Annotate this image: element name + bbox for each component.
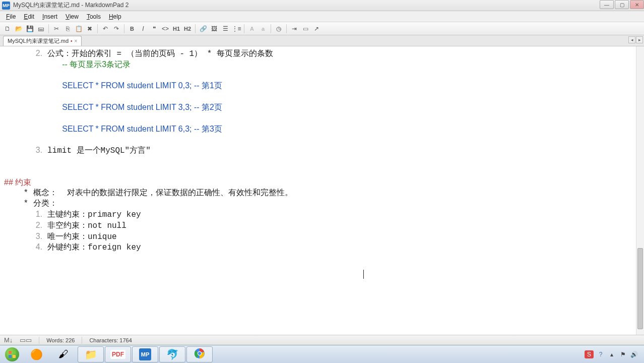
menu-insert[interactable]: Insert (38, 12, 61, 21)
svg-rect-2 (9, 355, 12, 358)
taskbar-app-paint[interactable]: 🖌 (50, 346, 77, 362)
separator (82, 337, 82, 344)
preview-icon[interactable]: ▭ (301, 24, 310, 33)
taskbar-app-markdownpad[interactable]: MP (132, 346, 158, 362)
app-icon: MP (2, 2, 10, 10)
chrome-icon (194, 348, 205, 361)
uppercase-button[interactable]: A (247, 24, 256, 33)
modified-dot-icon: • (71, 38, 73, 44)
delete-icon[interactable]: ✖ (85, 24, 94, 33)
link-icon[interactable]: 🔗 (199, 24, 208, 33)
menu-view[interactable]: View (61, 12, 83, 21)
italic-button[interactable]: I (139, 24, 148, 33)
tray-up-icon[interactable]: ▴ (608, 350, 616, 358)
svg-rect-0 (9, 351, 12, 354)
toolbar: 🗋 📂 💾 🖴 ✂ ⎘ 📋 ✖ ↶ ↷ B I ❝ <> H1 H2 🔗 🖼 ☰… (0, 22, 644, 35)
mp-icon: MP (139, 348, 151, 360)
book-icon: ▭▭ (20, 336, 32, 344)
system-tray: S ? ▴ ⚑ 🔊 (585, 350, 642, 358)
editor-content[interactable]: 2.公式：开始的索引 = （当前的页码 - 1） * 每页显示的条数 -- 每页… (0, 46, 644, 255)
svg-point-8 (198, 352, 201, 355)
svg-rect-3 (13, 355, 16, 358)
media-icon: 🟠 (30, 348, 43, 360)
tab-close-icon[interactable]: × (75, 38, 78, 44)
separator (124, 24, 124, 33)
status-bar: M↓ ▭▭ Words: 226 Characters: 1764 (0, 335, 644, 345)
markdown-icon: M↓ (4, 336, 13, 344)
taskbar-app-dolphin[interactable]: 🐬 (159, 346, 185, 362)
tray-help-icon[interactable]: ? (597, 350, 605, 358)
separator (48, 24, 49, 33)
dolphin-icon: 🐬 (166, 348, 179, 360)
code-icon[interactable]: <> (161, 24, 170, 33)
tab-bar: MySQL约束课堂笔记.md • × ◂ ▸ (0, 35, 644, 46)
paint-icon: 🖌 (58, 348, 69, 360)
document-tab[interactable]: MySQL约束课堂笔记.md • × (3, 36, 82, 46)
quote-icon[interactable]: ❝ (150, 24, 159, 33)
folder-icon: 📁 (85, 348, 97, 360)
tray-input-icon[interactable]: S (585, 350, 594, 358)
characters-label: Characters: 1764 (89, 337, 132, 343)
new-file-icon[interactable]: 🗋 (3, 24, 12, 33)
h1-button[interactable]: H1 (172, 24, 181, 33)
vertical-scrollbar[interactable] (636, 46, 644, 335)
separator (39, 337, 39, 344)
separator (286, 24, 287, 33)
lowercase-button[interactable]: a (259, 24, 268, 33)
paste-icon[interactable]: 📋 (74, 24, 83, 33)
maximize-button[interactable]: ▢ (615, 0, 629, 9)
windows-taskbar: 🟠 🖌 📁 PDF MP 🐬 S ? ▴ ⚑ 🔊 (0, 345, 644, 363)
separator (244, 24, 244, 33)
redo-icon[interactable]: ↷ (112, 24, 121, 33)
separator (195, 24, 196, 33)
menu-file[interactable]: File (2, 12, 20, 21)
save-icon[interactable]: 💾 (25, 24, 34, 33)
taskbar-app-chrome[interactable] (186, 346, 213, 362)
menu-tools[interactable]: Tools (83, 12, 105, 21)
toggle-preview-icon[interactable]: ⇥ (290, 24, 299, 33)
start-button[interactable] (2, 346, 22, 362)
open-file-icon[interactable]: 📂 (14, 24, 23, 33)
words-label: Words: 226 (46, 337, 75, 343)
tray-volume-icon[interactable]: 🔊 (630, 350, 638, 358)
editor-area[interactable]: 2.公式：开始的索引 = （当前的页码 - 1） * 每页显示的条数 -- 每页… (0, 46, 644, 335)
timestamp-icon[interactable]: ◷ (274, 24, 283, 33)
tab-label: MySQL约束课堂笔记.md (8, 37, 69, 45)
taskbar-app-media[interactable]: 🟠 (23, 346, 49, 362)
menu-edit[interactable]: Edit (20, 12, 38, 21)
title-bar: MP MySQL约束课堂笔记.md - MarkdownPad 2 — ▢ ✕ (0, 0, 644, 11)
separator (271, 24, 271, 33)
tab-navigator: ◂ ▸ (628, 36, 643, 43)
tab-next-icon[interactable]: ▸ (636, 36, 643, 43)
undo-icon[interactable]: ↶ (101, 24, 110, 33)
menu-help[interactable]: Help (105, 12, 125, 21)
image-icon[interactable]: 🖼 (210, 24, 219, 33)
save-all-icon[interactable]: 🖴 (36, 24, 45, 33)
window-title: MySQL约束课堂笔记.md - MarkdownPad 2 (13, 1, 128, 10)
taskbar-app-explorer[interactable]: 📁 (78, 346, 104, 362)
close-button[interactable]: ✕ (630, 0, 644, 9)
tray-flag-icon[interactable]: ⚑ (619, 350, 627, 358)
window-controls: — ▢ ✕ (599, 0, 644, 9)
bold-button[interactable]: B (127, 24, 137, 33)
menu-bar: File Edit Insert View Tools Help (0, 11, 644, 22)
copy-icon[interactable]: ⎘ (63, 24, 72, 33)
pdf-icon: PDF (110, 350, 125, 359)
windows-logo-icon (5, 347, 19, 361)
minimize-button[interactable]: — (600, 0, 614, 9)
tab-prev-icon[interactable]: ◂ (628, 36, 635, 43)
separator (97, 24, 98, 33)
ordered-list-icon[interactable]: ⋮≡ (232, 24, 241, 33)
scrollbar-thumb[interactable] (637, 248, 643, 329)
cut-icon[interactable]: ✂ (52, 24, 61, 33)
h2-button[interactable]: H2 (183, 24, 192, 33)
unordered-list-icon[interactable]: ☰ (221, 24, 230, 33)
taskbar-app-pdf[interactable]: PDF (105, 346, 131, 362)
export-icon[interactable]: ↗ (312, 24, 321, 33)
svg-rect-1 (13, 351, 16, 354)
